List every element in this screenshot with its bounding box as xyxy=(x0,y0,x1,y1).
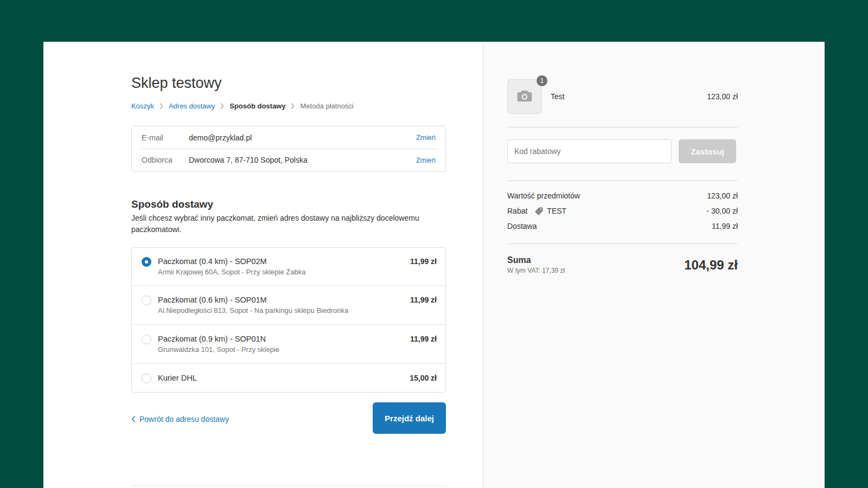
review-value-address: Dworcowa 7, 87-710 Sopot, Polska xyxy=(189,156,416,164)
product-name: Test xyxy=(551,92,565,101)
checkout-card: Sklep testowy Koszyk Adres dostawy Sposó… xyxy=(43,42,825,488)
subtotal-value: 123,00 zł xyxy=(707,191,738,200)
chevron-right-icon xyxy=(220,103,224,109)
sidebar-divider xyxy=(507,127,738,127)
shipping-option-detail: Armii Krajowej 60A, Sopot - Przy sklepie… xyxy=(158,267,410,277)
product-price: 123,00 zł xyxy=(707,92,738,101)
review-row-recipient: Odbiorca Dworcowa 7, 87-710 Sopot, Polsk… xyxy=(132,149,445,171)
chevron-right-icon xyxy=(159,103,163,109)
shipping-option-2[interactable]: Paczkomat (0.6 km) - SOP01M Al.Niepodleg… xyxy=(132,285,445,324)
tag-icon xyxy=(534,207,544,216)
shipping-option-name: Paczkomat (0.9 km) - SOP01N xyxy=(158,333,410,344)
breadcrumb-cart[interactable]: Koszyk xyxy=(131,101,154,111)
radio-icon[interactable] xyxy=(142,296,151,305)
totals-list: Wartość przedmiotów 123,00 zł Rabat TEST… xyxy=(507,190,738,232)
subtotal-row: Wartość przedmiotów 123,00 zł xyxy=(507,190,738,201)
chevron-left-icon xyxy=(131,416,136,422)
shipping-option-price: 15,00 zł xyxy=(410,373,437,383)
change-email-link[interactable]: Zmień xyxy=(416,133,436,142)
shipping-row: Dostawa 11,99 zł xyxy=(507,221,738,232)
main-column: Sklep testowy Koszyk Adres dostawy Sposó… xyxy=(43,42,483,488)
shipping-method-description: Jeśli chcesz wybrać inny paczkomat, zmie… xyxy=(131,213,447,235)
shipping-option-detail: Al.Niepodległości 813, Sopot - Na parkin… xyxy=(158,306,410,316)
continue-button[interactable]: Przejdź dalej xyxy=(373,402,446,434)
shipping-option-price: 11,99 zł xyxy=(410,256,437,267)
discount-code: TEST xyxy=(547,207,566,215)
shipping-option-detail: Grunwaldzka 101, Sopot - Przy sklepie xyxy=(158,345,410,355)
camera-icon xyxy=(516,88,533,105)
discount-label: Rabat xyxy=(507,207,527,215)
review-row-email: E-mail demo@przyklad.pl Zmień xyxy=(132,126,445,149)
quantity-badge: 1 xyxy=(536,75,548,87)
breadcrumb: Koszyk Adres dostawy Sposób dostawy Meto… xyxy=(131,101,354,111)
shipping-option-name: Paczkomat (0.6 km) - SOP01M xyxy=(158,294,410,305)
breadcrumb-shipping-address[interactable]: Adres dostawy xyxy=(169,101,215,111)
shipping-method-heading: Sposób dostawy xyxy=(131,198,213,211)
discount-code-input[interactable] xyxy=(507,139,672,163)
sidebar-divider xyxy=(507,181,738,181)
total-label: Suma xyxy=(507,254,531,266)
review-label: E-mail xyxy=(142,133,189,142)
apply-discount-button[interactable]: Zastosuj xyxy=(679,139,736,163)
sidebar-divider xyxy=(507,243,738,244)
chevron-right-icon xyxy=(291,103,295,109)
review-box: E-mail demo@przyklad.pl Zmień Odbiorca D… xyxy=(131,126,446,172)
breadcrumb-payment-method: Metoda płatności xyxy=(300,101,353,111)
discount-row: Rabat TEST - 30,00 zł xyxy=(507,206,738,216)
review-label: Odbiorca xyxy=(142,156,189,164)
shop-title: Sklep testowy xyxy=(131,74,222,92)
discount-value: - 30,00 zł xyxy=(706,207,738,215)
radio-icon[interactable] xyxy=(142,335,151,344)
shipping-option-price: 11,99 zł xyxy=(410,333,437,344)
vat-note: W tym VAT: 17,39 zł xyxy=(507,266,565,275)
breadcrumb-shipping-method: Sposób dostawy xyxy=(229,101,285,111)
review-value-email: demo@przyklad.pl xyxy=(189,133,416,142)
shipping-option-3[interactable]: Paczkomat (0.9 km) - SOP01N Grunwaldzka … xyxy=(132,324,445,363)
shipping-option-price: 11,99 zł xyxy=(410,294,437,305)
radio-icon[interactable] xyxy=(142,374,151,383)
footer-divider xyxy=(131,485,446,486)
shipping-option-name: Paczkomat (0.4 km) - SOP02M xyxy=(158,256,410,267)
change-address-link[interactable]: Zmień xyxy=(416,156,436,164)
shipping-options: Paczkomat (0.4 km) - SOP02M Armii Krajow… xyxy=(131,247,446,393)
total-amount: 104,99 zł xyxy=(684,257,738,273)
shipping-value: 11,99 zł xyxy=(712,222,738,230)
radio-selected-icon[interactable] xyxy=(142,257,151,267)
back-to-address-link[interactable]: Powrót do adresu dostawy xyxy=(131,414,229,425)
shipping-label: Dostawa xyxy=(507,222,537,230)
shipping-option-name: Kurier DHL xyxy=(158,373,410,383)
subtotal-label: Wartość przedmiotów xyxy=(507,191,580,200)
back-link-label: Powrót do adresu dostawy xyxy=(139,415,229,423)
shipping-option-1[interactable]: Paczkomat (0.4 km) - SOP02M Armii Krajow… xyxy=(132,248,445,285)
shipping-option-4[interactable]: Kurier DHL 15,00 zł xyxy=(132,363,445,392)
